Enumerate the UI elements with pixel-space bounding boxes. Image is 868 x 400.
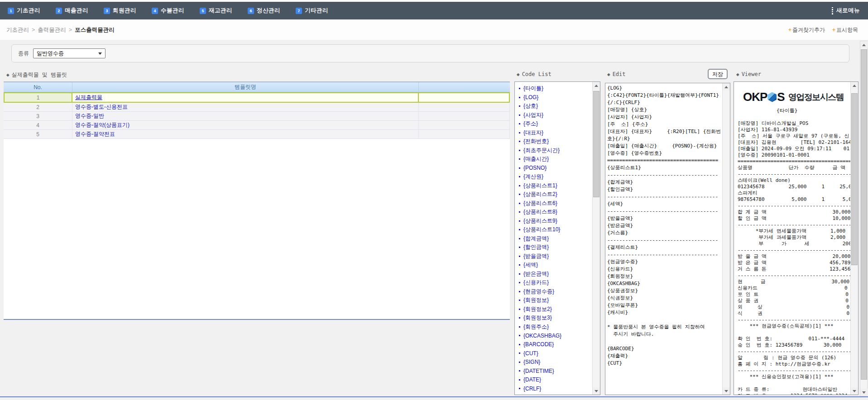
code-item[interactable]: {DATE} bbox=[519, 376, 593, 385]
code-item[interactable]: {현금영수증} bbox=[519, 287, 593, 296]
code-item[interactable]: {DATETIME} bbox=[519, 367, 593, 376]
nav-item-재고관리[interactable]: 5재고관리 bbox=[199, 5, 233, 16]
code-item-label: {신용카드} bbox=[523, 279, 549, 286]
code-list-scrollbar[interactable] bbox=[592, 82, 600, 395]
bullet-icon bbox=[519, 114, 520, 116]
template-table-body: 1실제출력물2영수증-별도-신용전표3영수증-일반4영수증-절약(상품표기)5영… bbox=[4, 92, 510, 139]
viewer-scrollbar[interactable] bbox=[850, 82, 858, 395]
code-item[interactable]: {회원정보3} bbox=[519, 314, 593, 323]
nav-number-badge: 2 bbox=[56, 8, 62, 14]
code-item-label: {회원주소} bbox=[523, 323, 549, 331]
code-item-label: {매출시간} bbox=[523, 155, 549, 163]
code-item[interactable]: {받은금액} bbox=[519, 270, 593, 279]
receipt-type-select[interactable]: 일반영수증 bbox=[33, 48, 106, 58]
scroll-up-button[interactable] bbox=[593, 82, 600, 89]
template-name-link[interactable]: 영수증-일반 bbox=[72, 112, 419, 121]
code-item[interactable]: {받을금액} bbox=[519, 252, 593, 261]
page-scrollbar[interactable] bbox=[860, 41, 868, 396]
template-name-link[interactable]: 실제출력물 bbox=[72, 92, 419, 103]
code-item[interactable]: {OKCASHBAG} bbox=[519, 331, 593, 340]
column-header-name[interactable]: 템플릿명 bbox=[72, 82, 419, 92]
template-name-link[interactable]: 영수증-별도-신용전표 bbox=[72, 103, 419, 112]
bullet-icon bbox=[519, 105, 520, 107]
diamond-icon: ◈ bbox=[6, 72, 10, 78]
bullet-icon bbox=[519, 247, 520, 248]
code-item[interactable]: {CRLF} bbox=[519, 384, 593, 393]
code-item[interactable]: {회원주소} bbox=[519, 323, 593, 332]
code-item[interactable]: {계산원} bbox=[519, 172, 593, 181]
code-item[interactable]: {사업자} bbox=[519, 111, 593, 120]
code-item[interactable]: {상호} bbox=[519, 102, 593, 111]
scroll-down-button[interactable] bbox=[723, 387, 730, 395]
bullet-icon bbox=[519, 388, 520, 389]
nav-item-매출관리[interactable]: 2매출관리 bbox=[55, 5, 89, 16]
nav-item-회원관리[interactable]: 3회원관리 bbox=[103, 5, 137, 16]
code-item[interactable]: {주소} bbox=[519, 119, 593, 129]
nav-item-기초관리[interactable]: 1기초관리 bbox=[7, 5, 41, 16]
code-item[interactable]: {전화번호} bbox=[519, 137, 593, 146]
bullet-icon bbox=[519, 158, 520, 160]
code-item[interactable]: {상품리스트8} bbox=[519, 208, 593, 217]
scroll-up-button[interactable] bbox=[723, 83, 730, 90]
code-item[interactable]: {타이틀} bbox=[519, 84, 593, 93]
add-favorite-link[interactable]: +즐겨찾기추가 bbox=[788, 26, 825, 34]
code-item[interactable]: {할인금액} bbox=[519, 243, 593, 252]
scroll-down-button[interactable] bbox=[851, 387, 858, 395]
code-item[interactable]: {상품리스트1} bbox=[519, 181, 593, 190]
code-item[interactable]: {상품리스트2} bbox=[519, 190, 593, 199]
code-item[interactable]: {상품리스트10} bbox=[519, 225, 593, 234]
nav-item-label: 회원관리 bbox=[113, 7, 136, 14]
filler-cell bbox=[419, 121, 510, 130]
nav-item-label: 매출관리 bbox=[65, 7, 88, 14]
breadcrumb-part[interactable]: 기초관리 bbox=[6, 27, 29, 33]
edit-scrollbar[interactable] bbox=[722, 83, 730, 395]
code-item-label: {받은금액} bbox=[523, 270, 549, 278]
code-item[interactable]: {합계금액} bbox=[519, 234, 593, 243]
nav-item-수불관리[interactable]: 4수불관리 bbox=[151, 5, 185, 16]
bullet-icon bbox=[519, 344, 520, 345]
display-items-link[interactable]: +표시항목 bbox=[832, 26, 858, 34]
code-item[interactable]: {회원정보2} bbox=[519, 305, 593, 314]
code-item[interactable]: {매출시간} bbox=[519, 155, 593, 164]
nav-item-기타관리[interactable]: 7기타관리 bbox=[295, 5, 329, 16]
code-item[interactable]: {상품리스트9} bbox=[519, 217, 593, 226]
viewer-panel: OKPS 영업정보시스템 {타이틀} [매장명] 디바이스개발실_POS [사업… bbox=[734, 81, 858, 395]
bullet-icon bbox=[519, 88, 520, 89]
code-item[interactable]: {POSNO} bbox=[519, 164, 593, 173]
code-item[interactable]: {LOG} bbox=[519, 93, 593, 102]
code-item-label: {현금영수증} bbox=[523, 288, 554, 295]
save-button[interactable]: 저장 bbox=[708, 69, 728, 79]
code-item[interactable]: {상품리스트6} bbox=[519, 199, 593, 208]
breadcrumb-part[interactable]: 출력물관리 bbox=[38, 27, 66, 33]
template-name-link[interactable]: 영수증-절약전표 bbox=[72, 130, 419, 139]
scroll-down-button[interactable] bbox=[593, 387, 600, 395]
bullet-icon bbox=[519, 379, 520, 381]
scroll-up-button[interactable] bbox=[860, 41, 868, 48]
code-item[interactable]: {대표자} bbox=[519, 129, 593, 138]
bullet-icon bbox=[519, 176, 520, 177]
code-item[interactable]: {SIGN} bbox=[519, 358, 593, 367]
code-item[interactable]: {CUT} bbox=[519, 349, 593, 358]
code-list-panel: {타이틀}{LOG}{상호}{사업자}{주소}{대표자}{전화번호}{최초주문시… bbox=[514, 81, 600, 395]
scroll-down-button[interactable] bbox=[860, 389, 868, 396]
breadcrumb-separator: > bbox=[32, 27, 35, 33]
template-panel-title: ◈실제출력물 및 템플릿 bbox=[6, 71, 67, 79]
scrollbar-thumb[interactable] bbox=[861, 49, 867, 380]
code-item[interactable]: {세액} bbox=[519, 261, 593, 270]
nav-item-정산관리[interactable]: 6정산관리 bbox=[247, 5, 281, 16]
diamond-icon: ◈ bbox=[607, 71, 610, 77]
code-item-label: {회원정보2} bbox=[523, 305, 552, 313]
edit-textarea[interactable]: {LOG} {:C42}{FONT2}{타이틀}{재발행여부}{FONT1}{/… bbox=[605, 83, 723, 395]
code-item[interactable]: {BARCODE} bbox=[519, 340, 593, 349]
scroll-up-button[interactable] bbox=[851, 82, 858, 89]
table-row: 4영수증-절약(상품표기) bbox=[4, 121, 510, 130]
code-item[interactable]: {신용카드} bbox=[519, 278, 593, 287]
scrollbar-thumb[interactable] bbox=[593, 91, 599, 197]
code-item[interactable]: {최초주문시간} bbox=[519, 146, 593, 155]
scrollbar-thumb[interactable] bbox=[851, 93, 858, 265]
vertical-menu-button[interactable]: 새로메뉴 bbox=[832, 2, 860, 19]
code-item-label: {OKCASHBAG} bbox=[523, 333, 561, 339]
column-header-no[interactable]: No. bbox=[4, 82, 72, 92]
template-name-link[interactable]: 영수증-절약(상품표기) bbox=[72, 121, 419, 130]
code-item[interactable]: {회원정보} bbox=[519, 296, 593, 305]
